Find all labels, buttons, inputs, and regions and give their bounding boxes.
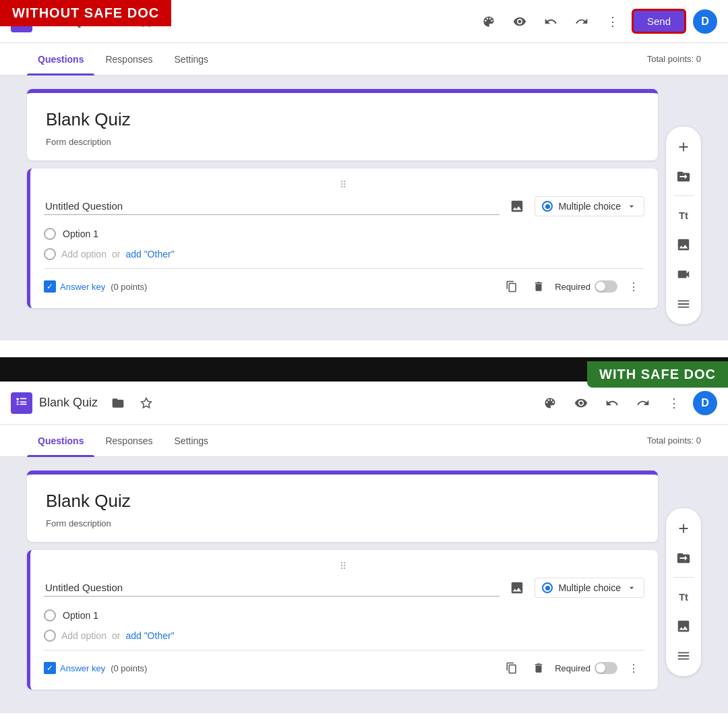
answer-key-btn-bottom[interactable]: ✓ Answer key bbox=[44, 662, 105, 674]
form-title-bottom: Blank Quiz bbox=[46, 491, 639, 512]
required-label-bottom: Required bbox=[555, 663, 590, 673]
image-tool-bottom[interactable] bbox=[670, 613, 697, 640]
preview-icon-btn[interactable] bbox=[508, 9, 532, 34]
form-description: Form description bbox=[46, 137, 639, 147]
question-image-icon[interactable] bbox=[506, 195, 528, 217]
tab-questions[interactable]: Questions bbox=[27, 43, 94, 75]
avatar-bottom: D bbox=[693, 391, 717, 415]
more-options-btn[interactable]: ⋮ bbox=[601, 9, 625, 34]
svg-rect-12 bbox=[20, 403, 27, 404]
tab-questions-bottom[interactable]: Questions bbox=[27, 425, 94, 457]
add-option-row: Add option or add "Other" bbox=[44, 248, 644, 260]
drag-handle: ⠿ bbox=[44, 179, 644, 190]
option-1-text: Option 1 bbox=[63, 229, 98, 239]
preview-icon-btn-bottom[interactable] bbox=[569, 391, 593, 415]
option-1-text-bottom: Option 1 bbox=[63, 610, 98, 621]
answer-key-checkbox: ✓ bbox=[44, 280, 56, 293]
form-title: Blank Quiz bbox=[46, 109, 639, 130]
option-1-row: Option 1 bbox=[44, 226, 644, 241]
required-toggle-row: Required bbox=[555, 280, 617, 293]
app-logo-bottom bbox=[11, 392, 32, 414]
add-option-row-bottom: Add option or add "Other" bbox=[44, 630, 644, 642]
image-tool[interactable] bbox=[670, 231, 697, 258]
import-tool[interactable] bbox=[670, 163, 697, 190]
answer-key-label: Answer key bbox=[60, 282, 105, 292]
avatar: D bbox=[693, 9, 717, 34]
question-card-bottom: ⠿ Multiple choice Option 1 bbox=[27, 550, 658, 690]
tab-settings-bottom[interactable]: Settings bbox=[164, 425, 220, 457]
question-input-bottom[interactable] bbox=[44, 579, 499, 597]
send-button-outlined[interactable]: Send bbox=[632, 9, 686, 34]
import-tool-bottom[interactable] bbox=[670, 545, 697, 572]
palette-icon-btn-bottom[interactable] bbox=[538, 391, 562, 415]
points-label-bottom: (0 points) bbox=[111, 663, 147, 673]
svg-rect-9 bbox=[17, 403, 19, 404]
drag-handle-bottom: ⠿ bbox=[44, 561, 644, 572]
option-1-row-bottom: Option 1 bbox=[44, 608, 644, 623]
required-toggle-row-bottom: Required bbox=[555, 662, 617, 674]
question-more-btn[interactable]: ⋮ bbox=[623, 276, 644, 297]
add-other-link[interactable]: add "Other" bbox=[125, 249, 174, 260]
text-tool-bottom[interactable]: Tt bbox=[670, 583, 697, 610]
required-label: Required bbox=[555, 282, 590, 292]
answer-key-btn[interactable]: ✓ Answer key bbox=[44, 280, 105, 293]
copy-btn[interactable] bbox=[501, 276, 522, 297]
add-option-text-bottom: Add option bbox=[61, 630, 107, 641]
or-text-bottom: or bbox=[112, 630, 120, 641]
redo-icon-btn[interactable] bbox=[570, 9, 594, 34]
section-tool-bottom[interactable] bbox=[670, 642, 697, 669]
undo-icon-btn-bottom[interactable] bbox=[600, 391, 624, 415]
palette-icon-btn[interactable] bbox=[477, 9, 501, 34]
delete-btn-bottom[interactable] bbox=[528, 657, 549, 679]
tab-responses[interactable]: Responses bbox=[94, 43, 163, 75]
folder-icon-btn-bottom[interactable] bbox=[106, 391, 130, 415]
undo-icon-btn[interactable] bbox=[539, 9, 563, 34]
total-points: Total points: 0 bbox=[647, 54, 701, 64]
add-option-text: Add option bbox=[61, 249, 107, 260]
form-title-card: Blank Quiz Form description bbox=[27, 89, 658, 160]
add-question-tool[interactable] bbox=[670, 133, 697, 160]
required-toggle-bottom[interactable] bbox=[595, 662, 617, 674]
form-description-bottom: Form description bbox=[46, 518, 639, 528]
svg-marker-13 bbox=[142, 398, 152, 407]
question-type-selector[interactable]: Multiple choice bbox=[535, 196, 644, 216]
with-safe-doc-banner: WITH SAFE DOC bbox=[587, 361, 728, 388]
answer-key-checkbox-bottom: ✓ bbox=[44, 662, 56, 674]
svg-rect-7 bbox=[17, 398, 19, 400]
total-points-bottom: Total points: 0 bbox=[647, 435, 701, 446]
svg-rect-8 bbox=[17, 401, 19, 402]
add-question-tool-bottom[interactable] bbox=[670, 515, 697, 542]
answer-key-label-bottom: Answer key bbox=[60, 663, 105, 673]
tab-settings[interactable]: Settings bbox=[164, 43, 220, 75]
delete-btn[interactable] bbox=[528, 276, 549, 297]
more-options-btn-bottom[interactable]: ⋮ bbox=[662, 391, 686, 415]
form-title-card-bottom: Blank Quiz Form description bbox=[27, 471, 658, 542]
redo-icon-btn-bottom[interactable] bbox=[631, 391, 655, 415]
add-other-link-bottom[interactable]: add "Other" bbox=[125, 630, 174, 641]
doc-title-bottom: Blank Quiz bbox=[39, 396, 98, 410]
points-label: (0 points) bbox=[111, 282, 147, 292]
question-card: ⠿ Multiple choice Option 1 bbox=[27, 169, 658, 308]
section-tool[interactable] bbox=[670, 291, 697, 317]
video-tool[interactable] bbox=[670, 261, 697, 288]
text-tool[interactable]: Tt bbox=[670, 202, 697, 229]
required-toggle[interactable] bbox=[595, 280, 617, 293]
sidebar-tools-bottom: Tt bbox=[666, 508, 701, 676]
question-more-btn-bottom[interactable]: ⋮ bbox=[623, 657, 644, 679]
star-icon-btn-bottom[interactable] bbox=[134, 391, 158, 415]
tab-responses-bottom[interactable]: Responses bbox=[94, 425, 163, 457]
sidebar-tools: Tt bbox=[666, 127, 701, 324]
question-input[interactable] bbox=[44, 198, 499, 215]
svg-rect-11 bbox=[20, 401, 27, 402]
without-safe-doc-banner: WITHOUT SAFE DOC bbox=[0, 0, 171, 26]
or-text: or bbox=[112, 249, 120, 260]
copy-btn-bottom[interactable] bbox=[501, 657, 522, 679]
question-image-icon-bottom[interactable] bbox=[506, 577, 528, 599]
svg-rect-10 bbox=[20, 398, 27, 399]
question-type-selector-bottom[interactable]: Multiple choice bbox=[535, 578, 644, 598]
